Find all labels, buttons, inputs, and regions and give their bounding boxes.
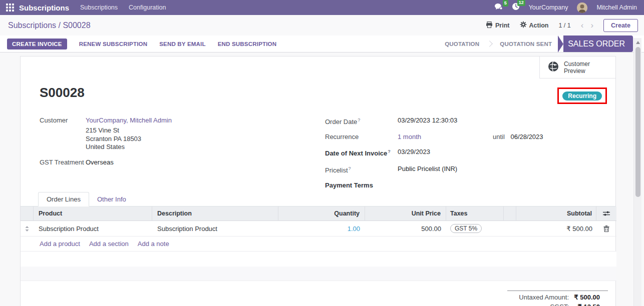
menu-configuration[interactable]: Configuration <box>129 4 166 11</box>
user-avatar[interactable] <box>577 2 587 13</box>
totals-block: Untaxed Amount: ₹ 500.00 SGST: ₹ 12.50 <box>507 290 608 306</box>
stage-quotation-sent[interactable]: QUOTATION SENT <box>500 41 552 47</box>
header-unit-price: Unit Price <box>365 206 446 221</box>
table-header-row: Product Description Quantity Unit Price … <box>21 206 616 221</box>
order-date-label: Order Date? <box>325 116 398 126</box>
pager-count: 1 / 1 <box>558 22 570 29</box>
header-product: Product <box>34 206 152 221</box>
customer-address-line: 215 Vine St <box>86 126 275 135</box>
until-label: until <box>493 133 505 140</box>
add-links-row: Add a product Add a section Add a note <box>21 236 616 252</box>
messages-button[interactable]: 5 <box>494 3 503 12</box>
untaxed-amount-value: ₹ 500.00 <box>569 293 608 302</box>
delete-line-button[interactable] <box>596 226 616 232</box>
header-subtotal: Subtotal <box>516 206 596 221</box>
customer-label: Customer <box>40 116 86 125</box>
drag-handle-icon[interactable] <box>21 226 34 232</box>
printer-icon <box>486 22 493 30</box>
untaxed-amount-label: Untaxed Amount: <box>507 293 569 302</box>
end-subscription-button[interactable]: END SUBSCRIPTION <box>218 41 277 47</box>
next-invoice-label: Date of Next Invoice? <box>325 147 398 158</box>
breadcrumb[interactable]: Subscriptions / S00028 <box>8 21 91 30</box>
cell-subtotal: ₹ 500.00 <box>516 225 596 232</box>
control-panel: Subscriptions / S00028 Print Action 1 / … <box>0 15 644 36</box>
recurring-badge: Recurring <box>562 92 602 100</box>
print-button[interactable]: Print <box>486 22 509 30</box>
customer-preview-button[interactable]: Customer Preview <box>539 56 615 78</box>
customer-preview-label: Customer Preview <box>564 60 599 74</box>
action-label: Action <box>529 22 549 29</box>
customer-value-link[interactable]: YourCompany, Mitchell Admin <box>86 116 172 125</box>
recurrence-value-link[interactable]: 1 month <box>398 132 421 142</box>
add-note-link[interactable]: Add a note <box>138 240 169 248</box>
gst-treatment-value[interactable]: Overseas <box>86 158 114 167</box>
add-section-link[interactable]: Add a section <box>89 240 129 248</box>
activities-button[interactable]: 12 <box>512 2 520 12</box>
menu-subscriptions[interactable]: Subscriptions <box>80 4 118 11</box>
tab-other-info[interactable]: Other Info <box>89 192 134 206</box>
activities-count-badge: 12 <box>517 0 525 6</box>
help-marker: ? <box>349 166 351 171</box>
messages-count-badge: 5 <box>503 0 508 6</box>
stage-quotation[interactable]: QUOTATION <box>445 41 479 47</box>
header-taxes: Taxes <box>446 206 504 221</box>
pricelist-value[interactable]: Public Pricelist (INR) <box>398 164 457 175</box>
stage-sales-order[interactable]: SALES ORDER <box>563 36 633 52</box>
header-quantity: Quantity <box>278 206 365 221</box>
cell-description[interactable]: Subscription Product <box>152 225 278 232</box>
red-highlight-box: Recurring <box>557 88 607 104</box>
form-sheet: Customer Preview S00028 Recurring Custom… <box>20 56 616 306</box>
speech-bubble-icon <box>494 3 503 12</box>
stage-arrow-icon <box>558 36 563 52</box>
vertical-scrollbar[interactable] <box>633 38 641 306</box>
globe-icon <box>548 61 559 74</box>
tab-order-lines[interactable]: Order Lines <box>38 192 89 206</box>
customer-address-line: United States <box>86 143 275 152</box>
help-marker: ? <box>388 149 391 154</box>
cell-unit-price[interactable]: 500.00 <box>365 225 446 232</box>
payment-terms-label: Payment Terms <box>325 180 398 190</box>
optional-columns-icon[interactable] <box>596 206 616 221</box>
order-lines-table: Product Description Quantity Unit Price … <box>21 206 616 281</box>
cell-product[interactable]: Subscription Product <box>34 225 152 232</box>
customer-address-line: Scranton PA 18503 <box>86 135 275 144</box>
empty-row <box>21 252 616 266</box>
scrollbar-thumb[interactable] <box>635 47 640 197</box>
tax-badge[interactable]: GST 5% <box>450 224 482 233</box>
recurrence-label: Recurrence <box>325 132 398 142</box>
until-date-value[interactable]: 06/28/2023 <box>510 133 543 140</box>
scroll-up-arrow-icon[interactable] <box>636 41 640 44</box>
create-button[interactable]: Create <box>603 19 638 32</box>
sgst-value: ₹ 12.50 <box>569 302 608 306</box>
chevron-right-icon <box>486 40 493 47</box>
apps-grid-icon[interactable] <box>6 4 14 12</box>
help-marker: ? <box>358 118 360 122</box>
gst-treatment-label: GST Treatment <box>40 158 86 167</box>
create-invoice-button[interactable]: CREATE INVOICE <box>7 38 67 50</box>
header-description: Description <box>152 206 278 221</box>
print-label: Print <box>495 22 509 29</box>
send-by-email-button[interactable]: SEND BY EMAIL <box>159 41 205 47</box>
sgst-label: SGST: <box>507 302 569 306</box>
cell-quantity-link[interactable]: 1.00 <box>278 225 365 232</box>
order-line-row[interactable]: Subscription Product Subscription Produc… <box>21 221 616 236</box>
order-date-value[interactable]: 03/29/2023 12:30:03 <box>398 116 457 126</box>
add-product-link[interactable]: Add a product <box>40 240 80 248</box>
action-button[interactable]: Action <box>520 21 549 30</box>
renew-subscription-button[interactable]: RENEW SUBSCRIPTION <box>79 41 148 47</box>
top-navbar: Subscriptions Subscriptions Configuratio… <box>0 0 644 15</box>
gear-icon <box>520 21 527 30</box>
app-brand[interactable]: Subscriptions <box>19 4 69 12</box>
pager-next-icon[interactable]: › <box>590 21 593 30</box>
pricelist-label: Pricelist? <box>325 164 398 175</box>
pager-prev-icon[interactable]: ‹ <box>581 21 584 30</box>
user-menu[interactable]: Mitchell Admin <box>596 4 637 11</box>
statusbar: CREATE INVOICE RENEW SUBSCRIPTION SEND B… <box>0 36 644 52</box>
empty-row <box>21 266 616 281</box>
record-title: S00028 <box>40 85 85 100</box>
company-switcher[interactable]: YourCompany <box>529 4 568 11</box>
notebook-tabs: Order Lines Other Info <box>21 193 615 206</box>
next-invoice-value[interactable]: 03/29/2023 <box>398 147 430 158</box>
